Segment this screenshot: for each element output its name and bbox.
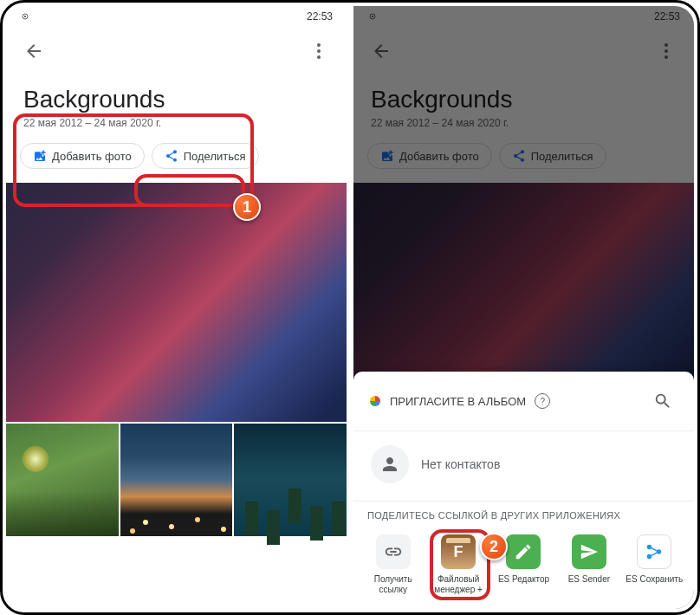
phone-left: 22:53 Backgrounds 22 мая 2012 – 24 мая 2… bbox=[6, 6, 347, 609]
album-title: Backgrounds bbox=[23, 86, 329, 113]
file-manager-icon: F bbox=[441, 534, 476, 569]
app-label-es3: ES Сохранить bbox=[625, 574, 683, 585]
no-contacts-text: Нет контактов bbox=[421, 457, 500, 471]
add-photo-icon bbox=[33, 149, 47, 163]
phone-right: 22:53 Backgrounds 22 мая 2012 – 24 мая 2… bbox=[353, 6, 694, 609]
svg-point-2 bbox=[317, 43, 321, 47]
invite-title: ПРИГЛАСИТЕ В АЛЬБОМ bbox=[390, 395, 526, 408]
album-header: Backgrounds 22 мая 2012 – 24 мая 2020 г. bbox=[6, 75, 347, 143]
svg-point-10 bbox=[647, 545, 652, 550]
thumbnail-1[interactable] bbox=[6, 424, 119, 536]
search-icon bbox=[653, 392, 672, 411]
es-editor-icon bbox=[506, 534, 541, 569]
thumbnail-2[interactable] bbox=[120, 424, 233, 536]
svg-point-12 bbox=[647, 554, 652, 560]
thumbnail-3[interactable] bbox=[234, 424, 347, 536]
thumbnail-row bbox=[6, 424, 347, 536]
svg-point-1 bbox=[24, 16, 26, 17]
share-apps-row: Получить ссылку F Файловый менеджер + ES… bbox=[353, 529, 694, 609]
app-label-es1: ES Редактор bbox=[498, 574, 549, 585]
app-label-link: Получить ссылку bbox=[362, 574, 425, 595]
link-icon bbox=[376, 534, 411, 569]
es-save-icon bbox=[637, 534, 671, 569]
svg-point-3 bbox=[317, 49, 321, 53]
add-photo-label: Добавить фото bbox=[52, 150, 132, 163]
help-icon[interactable]: ? bbox=[535, 393, 550, 409]
google-photos-icon bbox=[367, 393, 383, 409]
app-get-link[interactable]: Получить ссылку bbox=[362, 534, 425, 595]
more-vert-icon bbox=[308, 41, 329, 62]
back-button[interactable] bbox=[16, 34, 51, 68]
share-label: Поделиться bbox=[184, 150, 246, 163]
app-es-save[interactable]: ES Сохранить bbox=[623, 534, 685, 595]
photos-area bbox=[6, 183, 347, 536]
app-label-es2: ES Sender bbox=[568, 574, 610, 585]
svg-point-11 bbox=[657, 549, 662, 554]
album-date: 22 мая 2012 – 24 мая 2020 г. bbox=[23, 117, 329, 129]
contact-avatar bbox=[371, 445, 409, 483]
share-chip[interactable]: Поделиться bbox=[152, 143, 259, 169]
search-button[interactable] bbox=[645, 384, 680, 418]
contact-row[interactable]: Нет контактов bbox=[353, 431, 694, 501]
app-es-editor[interactable]: ES Редактор bbox=[492, 534, 554, 595]
other-apps-label: ПОДЕЛИТЕСЬ ССЫЛКОЙ В ДРУГИХ ПРИЛОЖЕНИЯХ bbox=[353, 501, 694, 529]
action-row: Добавить фото Поделиться bbox=[6, 143, 347, 183]
status-left-icons bbox=[20, 11, 30, 22]
svg-point-4 bbox=[317, 55, 321, 59]
sheet-header: ПРИГЛАСИТЕ В АЛЬБОМ ? bbox=[353, 372, 694, 431]
hero-photo[interactable] bbox=[6, 183, 347, 422]
add-photo-chip[interactable]: Добавить фото bbox=[20, 143, 145, 169]
share-icon bbox=[165, 149, 178, 163]
more-button[interactable] bbox=[301, 34, 336, 68]
app-file-manager[interactable]: F Файловый менеджер + bbox=[427, 534, 489, 595]
share-sheet: ПРИГЛАСИТЕ В АЛЬБОМ ? Нет контактов ПОДЕ… bbox=[353, 372, 694, 609]
status-bar: 22:53 bbox=[6, 6, 347, 27]
person-icon bbox=[379, 454, 400, 475]
status-time: 22:53 bbox=[307, 10, 333, 23]
app-es-sender[interactable]: ES Sender bbox=[558, 534, 620, 595]
top-bar bbox=[6, 27, 347, 75]
app-label-file: Файловый менеджер + bbox=[427, 574, 489, 595]
es-sender-icon bbox=[572, 534, 606, 569]
arrow-left-icon bbox=[23, 41, 44, 62]
